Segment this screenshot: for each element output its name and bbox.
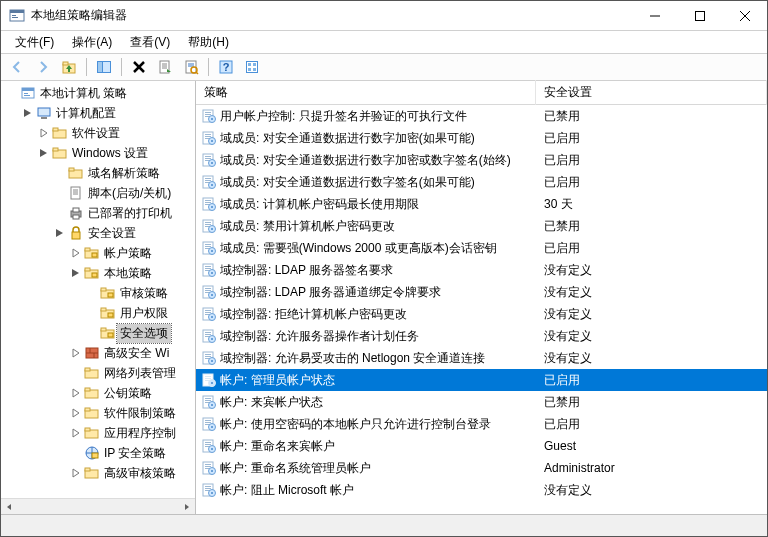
collapse-icon[interactable] <box>53 228 67 238</box>
tree-windows-settings[interactable]: Windows 设置 <box>35 143 195 163</box>
list-row[interactable]: 帐户: 阻止 Microsoft 帐户没有定义 <box>196 479 767 501</box>
tree-security-options[interactable]: 安全选项 <box>83 323 195 343</box>
folder-lock-icon <box>83 265 101 281</box>
tree-horizontal-scrollbar[interactable] <box>1 498 195 514</box>
list-row[interactable]: 域成员: 禁用计算机帐户密码更改已禁用 <box>196 215 767 237</box>
tree-software-settings[interactable]: 软件设置 <box>35 123 195 143</box>
folder-lock-icon <box>99 305 117 321</box>
list-row[interactable]: 帐户: 使用空密码的本地帐户只允许进行控制台登录已启用 <box>196 413 767 435</box>
maximize-button[interactable] <box>677 1 722 30</box>
delete-button[interactable] <box>127 55 151 79</box>
tree-app-control[interactable]: 应用程序控制 <box>67 423 195 443</box>
tree-scripts[interactable]: 脚本(启动/关机) <box>51 183 195 203</box>
svg-rect-106 <box>205 200 211 201</box>
scroll-left-icon[interactable] <box>1 499 17 515</box>
policy-name: 帐户: 重命名来宾帐户 <box>218 438 540 455</box>
policy-setting: 没有定义 <box>540 350 767 367</box>
properties-button[interactable] <box>179 55 203 79</box>
list-row[interactable]: 域控制器: LDAP 服务器签名要求没有定义 <box>196 259 767 281</box>
policy-setting: 没有定义 <box>540 328 767 345</box>
svg-rect-119 <box>205 246 211 247</box>
list-row[interactable]: 域控制器: LDAP 服务器通道绑定令牌要求没有定义 <box>196 281 767 303</box>
tree-name-resolution[interactable]: 域名解析策略 <box>51 163 195 183</box>
tree-pane[interactable]: 本地计算机 策略 计算机配置 <box>1 81 196 514</box>
collapse-icon[interactable] <box>69 268 83 278</box>
list-row[interactable]: 域成员: 对安全通道数据进行数字加密(如果可能)已启用 <box>196 127 767 149</box>
tree-deployed-printers[interactable]: 已部署的打印机 <box>51 203 195 223</box>
tree-adv-security-win[interactable]: 高级安全 Wi <box>67 343 195 363</box>
menu-file[interactable]: 文件(F) <box>7 32 62 53</box>
column-header-setting[interactable]: 安全设置 <box>536 80 767 105</box>
svg-rect-131 <box>205 290 211 291</box>
refresh-button[interactable] <box>240 55 264 79</box>
list-row[interactable]: 域成员: 对安全通道数据进行数字签名(如果可能)已启用 <box>196 171 767 193</box>
policy-item-icon <box>200 196 218 212</box>
network-icon <box>83 365 101 381</box>
expand-icon[interactable] <box>69 468 83 478</box>
expand-icon[interactable] <box>69 248 83 258</box>
show-hide-tree-button[interactable] <box>92 55 116 79</box>
expand-icon[interactable] <box>69 348 83 358</box>
back-button[interactable] <box>5 55 29 79</box>
svg-rect-34 <box>38 108 50 116</box>
help-button[interactable]: ? <box>214 55 238 79</box>
tree-adv-audit[interactable]: 高级审核策略 <box>67 463 195 483</box>
scroll-right-icon[interactable] <box>179 499 195 515</box>
tree-public-key[interactable]: 公钥策略 <box>67 383 195 403</box>
menu-view[interactable]: 查看(V) <box>122 32 178 53</box>
svg-rect-146 <box>211 338 213 340</box>
svg-rect-82 <box>205 112 211 113</box>
export-list-button[interactable] <box>153 55 177 79</box>
list-row[interactable]: 用户帐户控制: 只提升签名并验证的可执行文件已禁用 <box>196 105 767 127</box>
tree-ip-security[interactable]: IP 安全策略 <box>67 443 195 463</box>
svg-rect-51 <box>85 248 90 251</box>
expand-icon[interactable] <box>69 408 83 418</box>
menu-action[interactable]: 操作(A) <box>64 32 120 53</box>
list-row[interactable]: 域控制器: 拒绝计算机帐户密码更改没有定义 <box>196 303 767 325</box>
list-row[interactable]: 域成员: 对安全通道数据进行数字加密或数字签名(始终)已启用 <box>196 149 767 171</box>
list-row[interactable]: 域成员: 需要强(Windows 2000 或更高版本)会话密钥已启用 <box>196 237 767 259</box>
close-button[interactable] <box>722 1 767 30</box>
tree-label: 已部署的打印机 <box>85 204 175 223</box>
svg-line-22 <box>196 72 198 74</box>
minimize-button[interactable] <box>632 1 677 30</box>
tree-user-rights[interactable]: 用户权限 <box>83 303 195 323</box>
tree-audit-policy[interactable]: 审核策略 <box>83 283 195 303</box>
expand-icon[interactable] <box>69 428 83 438</box>
list-body[interactable]: 用户帐户控制: 只提升签名并验证的可执行文件已禁用域成员: 对安全通道数据进行数… <box>196 105 767 514</box>
forward-button[interactable] <box>31 55 55 79</box>
list-row[interactable]: 域控制器: 允许服务器操作者计划任务没有定义 <box>196 325 767 347</box>
tree-account-policies[interactable]: 帐户策略 <box>67 243 195 263</box>
tree-label: 用户权限 <box>117 304 171 323</box>
svg-rect-149 <box>205 356 211 357</box>
tree-software-restriction[interactable]: 软件限制策略 <box>67 403 195 423</box>
tree-local-policies[interactable]: 本地策略 <box>67 263 195 283</box>
toolbar-separator <box>86 58 87 76</box>
policy-item-icon <box>200 394 218 410</box>
tree-network-list-mgr[interactable]: 网络列表管理 <box>67 363 195 383</box>
tree-security-settings[interactable]: 安全设置 <box>51 223 195 243</box>
policy-name: 域成员: 计算机帐户密码最长使用期限 <box>218 196 540 213</box>
list-row[interactable]: 帐户: 来宾帐户状态已禁用 <box>196 391 767 413</box>
svg-rect-33 <box>24 95 30 96</box>
list-row[interactable]: 域成员: 计算机帐户密码最长使用期限30 天 <box>196 193 767 215</box>
expand-icon[interactable] <box>69 388 83 398</box>
list-row[interactable]: 帐户: 重命名来宾帐户Guest <box>196 435 767 457</box>
list-row[interactable]: 帐户: 重命名系统管理员帐户Administrator <box>196 457 767 479</box>
policy-item-icon <box>200 482 218 498</box>
menu-help[interactable]: 帮助(H) <box>180 32 237 53</box>
svg-rect-182 <box>211 470 213 472</box>
svg-rect-94 <box>205 156 211 157</box>
list-row[interactable]: 帐户: 管理员帐户状态已启用 <box>196 369 767 391</box>
column-header-policy[interactable]: 策略 <box>196 80 536 105</box>
list-row[interactable]: 域控制器: 允许易受攻击的 Netlogon 安全通道连接没有定义 <box>196 347 767 369</box>
expand-icon[interactable] <box>37 128 51 138</box>
collapse-icon[interactable] <box>21 108 35 118</box>
collapse-icon[interactable] <box>37 148 51 158</box>
svg-rect-179 <box>205 466 211 467</box>
tree-root[interactable]: 本地计算机 策略 <box>3 83 195 103</box>
svg-rect-143 <box>205 334 211 335</box>
up-button[interactable] <box>57 55 81 79</box>
tree-label: 应用程序控制 <box>101 424 179 443</box>
tree-computer-config[interactable]: 计算机配置 <box>19 103 195 123</box>
